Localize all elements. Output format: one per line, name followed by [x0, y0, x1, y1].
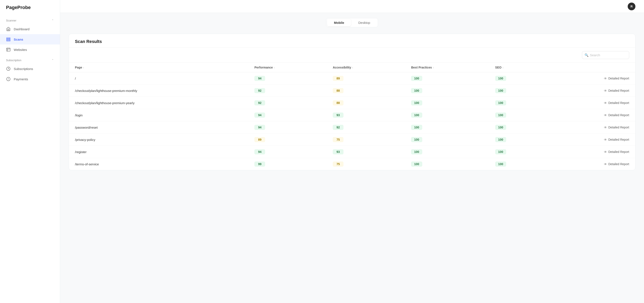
page-sort[interactable]: Page ↕: [75, 66, 84, 69]
accessibility-badge: 93: [333, 149, 344, 154]
eye-icon: 👁: [604, 138, 607, 142]
detailed-report-link[interactable]: 👁 Detailed Report: [604, 150, 629, 154]
cell-accessibility: 93: [327, 146, 405, 158]
seo-badge: 100: [495, 162, 506, 167]
cell-accessibility: 88: [327, 97, 405, 109]
cell-accessibility: 75: [327, 134, 405, 146]
detailed-report-link[interactable]: 👁 Detailed Report: [604, 89, 629, 92]
sidebar-item-scans[interactable]: Scans: [0, 34, 60, 44]
cell-accessibility: 89: [327, 72, 405, 84]
col-accessibility: Accessibility ↕: [327, 63, 405, 72]
accessibility-badge: 89: [333, 76, 344, 81]
sidebar-subscriptions-label: Subscriptions: [14, 67, 33, 71]
cell-detailed-report: 👁 Detailed Report: [545, 84, 635, 97]
cell-performance: 94: [248, 121, 327, 134]
seo-badge: 100: [495, 88, 506, 93]
cell-best-practices: 100: [405, 158, 489, 170]
svg-rect-1: [7, 39, 10, 40]
cell-page: /password/reset: [69, 121, 248, 134]
tabs-container: Mobile Desktop: [326, 18, 378, 27]
cell-performance: 99: [248, 158, 327, 170]
scan-results-title: Scan Results: [69, 34, 635, 48]
scan-results-card: Scan Results 🔍 Page ↕: [69, 34, 636, 170]
best-practices-badge: 100: [411, 149, 422, 154]
table-row: /privacy-policy 89 75 100 100 👁 Detailed…: [69, 134, 635, 146]
detailed-report-link[interactable]: 👁 Detailed Report: [604, 77, 629, 80]
accessibility-sort[interactable]: Accessibility ↕: [333, 66, 353, 69]
table-row: /terms-of-service 99 75 100 100 👁 Detail…: [69, 158, 635, 170]
cell-performance: 94: [248, 72, 327, 84]
best-practices-badge: 100: [411, 76, 422, 81]
sidebar-item-dashboard[interactable]: Dashboard: [0, 24, 60, 34]
sidebar-scans-label: Scans: [14, 38, 23, 41]
cell-performance: 89: [248, 134, 327, 146]
accessibility-badge: 93: [333, 112, 344, 118]
col-page: Page ↕: [69, 63, 248, 72]
search-bar-row: 🔍: [69, 48, 635, 63]
websites-icon: [6, 47, 11, 52]
detailed-report-link[interactable]: 👁 Detailed Report: [604, 138, 629, 142]
best-practices-sort[interactable]: Best Practices ↕: [411, 66, 434, 69]
search-input[interactable]: [582, 51, 629, 59]
cell-detailed-report: 👁 Detailed Report: [545, 72, 635, 84]
cell-detailed-report: 👁 Detailed Report: [545, 134, 635, 146]
detailed-report-link[interactable]: 👁 Detailed Report: [604, 114, 629, 117]
detailed-report-link[interactable]: 👁 Detailed Report: [604, 126, 629, 129]
tab-desktop[interactable]: Desktop: [352, 19, 377, 26]
cell-detailed-report: 👁 Detailed Report: [545, 146, 635, 158]
best-practices-badge: 100: [411, 162, 422, 167]
table-row: /register 94 93 100 100 👁 Detailed Repor…: [69, 146, 635, 158]
sidebar-websites-label: Websites: [14, 48, 27, 52]
svg-rect-0: [7, 38, 10, 39]
tab-mobile[interactable]: Mobile: [327, 19, 351, 26]
cell-accessibility: 93: [327, 109, 405, 121]
col-performance: Performance ↕: [248, 63, 327, 72]
eye-icon: 👁: [604, 101, 607, 105]
detailed-report-link[interactable]: 👁 Detailed Report: [604, 101, 629, 105]
seo-badge: 100: [495, 125, 506, 130]
sort-icon: ↕: [352, 66, 353, 69]
performance-badge: 94: [254, 125, 265, 130]
accessibility-badge: 75: [333, 162, 344, 167]
performance-badge: 92: [254, 100, 265, 106]
sort-icon: ↕: [433, 66, 434, 69]
accessibility-badge: 75: [333, 137, 344, 142]
cell-accessibility: 75: [327, 158, 405, 170]
subscriptions-icon: [6, 66, 11, 71]
sort-icon: ↕: [274, 66, 275, 69]
sidebar-item-websites[interactable]: Websites: [0, 44, 60, 55]
sidebar-payments-label: Payments: [14, 77, 28, 81]
cell-page: /login: [69, 109, 248, 121]
cell-seo: 100: [489, 134, 545, 146]
cell-page: /register: [69, 146, 248, 158]
sidebar-item-subscriptions[interactable]: Subscriptions: [0, 64, 60, 74]
scans-icon: [6, 37, 11, 42]
svg-rect-2: [7, 40, 10, 41]
cell-page: /checkout/plan/lighthouse-premium-yearly: [69, 97, 248, 109]
table-row: /checkout/plan/lighthouse-premium-yearly…: [69, 97, 635, 109]
col-best-practices: Best Practices ↕: [405, 63, 489, 72]
eye-icon: 👁: [604, 114, 607, 117]
eye-icon: 👁: [604, 126, 607, 129]
cell-detailed-report: 👁 Detailed Report: [545, 97, 635, 109]
performance-badge: 89: [254, 137, 265, 142]
cell-accessibility: 92: [327, 121, 405, 134]
cell-performance: 94: [248, 109, 327, 121]
cell-seo: 100: [489, 84, 545, 97]
sort-icon: ↕: [502, 66, 504, 69]
sidebar-item-payments[interactable]: Payments: [0, 74, 60, 84]
performance-sort[interactable]: Performance ↕: [254, 66, 275, 69]
detailed-report-link[interactable]: 👁 Detailed Report: [604, 162, 629, 166]
seo-sort[interactable]: SEO ↕: [495, 66, 504, 69]
table-row: /login 94 93 100 100 👁 Detailed Report: [69, 109, 635, 121]
eye-icon: 👁: [604, 150, 607, 154]
cell-best-practices: 100: [405, 134, 489, 146]
sidebar-dashboard-label: Dashboard: [14, 27, 30, 31]
eye-icon: 👁: [604, 162, 607, 166]
cell-best-practices: 100: [405, 72, 489, 84]
cell-page: /checkout/plan/lighthouse-premium-monthl…: [69, 84, 248, 97]
seo-badge: 100: [495, 76, 506, 81]
cell-performance: 92: [248, 97, 327, 109]
cell-seo: 100: [489, 158, 545, 170]
cell-seo: 100: [489, 97, 545, 109]
